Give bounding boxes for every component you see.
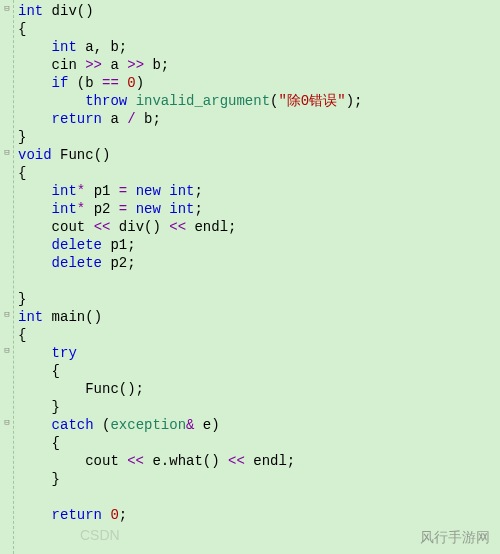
- code-line[interactable]: {: [16, 434, 500, 452]
- code-line[interactable]: if (b == 0): [16, 74, 500, 92]
- code-line[interactable]: int* p1 = new int;: [16, 182, 500, 200]
- code-line[interactable]: cout << div() << endl;: [16, 218, 500, 236]
- code-line[interactable]: return 0;: [16, 506, 500, 524]
- code-line[interactable]: int a, b;: [16, 38, 500, 56]
- fold-icon[interactable]: ⊟: [0, 144, 14, 162]
- code-line[interactable]: {: [16, 20, 500, 38]
- code-line[interactable]: delete p2;: [16, 254, 500, 272]
- fold-gutter: ⊟ ⊟ ⊟ ⊟ ⊟: [0, 0, 14, 554]
- code-line[interactable]: return a / b;: [16, 110, 500, 128]
- code-line[interactable]: throw invalid_argument("除0错误");: [16, 92, 500, 110]
- code-line[interactable]: {: [16, 164, 500, 182]
- code-line[interactable]: void Func(): [16, 146, 500, 164]
- code-line[interactable]: int div(): [16, 2, 500, 20]
- fold-icon[interactable]: ⊟: [0, 342, 14, 360]
- code-line[interactable]: cout << e.what() << endl;: [16, 452, 500, 470]
- code-line[interactable]: {: [16, 326, 500, 344]
- code-line[interactable]: {: [16, 362, 500, 380]
- code-line[interactable]: try: [16, 344, 500, 362]
- fold-icon[interactable]: ⊟: [0, 414, 14, 432]
- fold-icon[interactable]: ⊟: [0, 0, 14, 18]
- code-editor[interactable]: ⊟ ⊟ ⊟ ⊟ ⊟ int div() { int a, b;: [0, 0, 500, 554]
- fold-icon[interactable]: ⊟: [0, 306, 14, 324]
- code-line[interactable]: cin >> a >> b;: [16, 56, 500, 74]
- code-line[interactable]: int* p2 = new int;: [16, 200, 500, 218]
- code-line[interactable]: }: [16, 128, 500, 146]
- code-line[interactable]: Func();: [16, 380, 500, 398]
- code-line[interactable]: }: [16, 470, 500, 488]
- code-line[interactable]: }: [16, 290, 500, 308]
- code-line[interactable]: [16, 272, 500, 290]
- code-line[interactable]: catch (exception& e): [16, 416, 500, 434]
- code-line[interactable]: [16, 488, 500, 506]
- code-content[interactable]: int div() { int a, b; cin >> a >> b; if …: [14, 0, 500, 554]
- code-line[interactable]: delete p1;: [16, 236, 500, 254]
- code-line[interactable]: int main(): [16, 308, 500, 326]
- code-line[interactable]: }: [16, 398, 500, 416]
